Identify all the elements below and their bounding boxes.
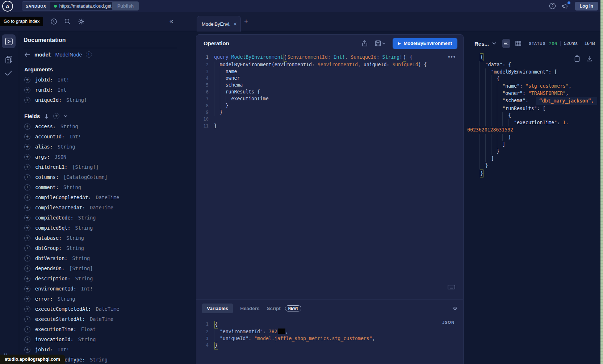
field-name[interactable]: access:: [35, 124, 56, 129]
field-type[interactable]: String: [66, 235, 84, 241]
collapse-sidebar-icon[interactable]: «: [169, 17, 173, 25]
tab-headers[interactable]: Headers: [240, 306, 259, 311]
code-line[interactable]: 9}: [196, 109, 463, 116]
field-name[interactable]: executeStartedAt:: [35, 316, 85, 322]
selected-field-type[interactable]: ModelNode: [55, 52, 82, 58]
add-to-query-icon[interactable]: +: [24, 276, 30, 282]
sort-fields-icon[interactable]: [44, 113, 49, 119]
field-type[interactable]: Int!: [58, 347, 70, 352]
field-type[interactable]: [String!]: [72, 164, 99, 170]
field-name[interactable]: compiledCode:: [35, 215, 74, 221]
add-to-query-icon[interactable]: +: [24, 87, 30, 93]
code-line[interactable]: 5schema: [196, 82, 463, 89]
operation-menu-icon[interactable]: •••: [448, 54, 456, 60]
field-type[interactable]: String: [60, 124, 78, 129]
add-to-query-icon[interactable]: +: [24, 326, 30, 332]
code-line[interactable]: 1{: [196, 321, 375, 329]
code-line[interactable]: 6runResults {: [196, 89, 463, 96]
code-line[interactable]: 2"environmentId": 782,: [196, 329, 375, 335]
publish-button[interactable]: Publish: [112, 1, 139, 11]
field-type[interactable]: Int!: [69, 134, 81, 139]
operation-editor[interactable]: 1query ModelByEnvironment($environmentId…: [196, 54, 463, 130]
field-name[interactable]: compileCompletedAt:: [35, 194, 91, 200]
field-name[interactable]: compiledSql:: [35, 225, 71, 231]
view-table-icon[interactable]: [515, 41, 521, 46]
field-name[interactable]: executionTime:: [35, 326, 76, 332]
field-type[interactable]: DateTime: [90, 316, 113, 322]
add-to-query-icon[interactable]: +: [24, 205, 30, 211]
field-name[interactable]: alias:: [35, 144, 53, 150]
field-type[interactable]: String: [90, 357, 108, 363]
announcements-icon[interactable]: [562, 3, 569, 9]
field-type[interactable]: Int!: [81, 286, 93, 292]
add-to-query-icon[interactable]: +: [24, 255, 30, 262]
field-name[interactable]: dependsOn:: [35, 265, 64, 271]
download-response-icon[interactable]: [586, 55, 592, 62]
new-tab-button[interactable]: +: [244, 18, 248, 25]
field-name[interactable]: args:: [35, 154, 50, 160]
field-type[interactable]: [String]: [69, 265, 93, 271]
response-chevron-icon[interactable]: [492, 42, 496, 45]
collapse-variables-icon[interactable]: [453, 306, 457, 311]
add-to-query-icon[interactable]: +: [24, 134, 30, 140]
back-arrow-icon[interactable]: [24, 52, 31, 57]
field-type[interactable]: Int!: [58, 77, 70, 83]
field-name[interactable]: runId:: [35, 87, 53, 93]
add-to-query-icon[interactable]: +: [24, 97, 30, 103]
tab-modelbyenvironment[interactable]: ModelByEnvi... ✕: [197, 16, 241, 32]
tab-script[interactable]: Script: [267, 306, 281, 311]
add-to-query-icon[interactable]: +: [24, 235, 30, 241]
field-type[interactable]: String: [72, 255, 90, 261]
add-to-query-icon[interactable]: +: [24, 144, 30, 150]
explorer-nav-item[interactable]: [2, 34, 16, 48]
code-line[interactable]: 4}: [196, 342, 375, 350]
explorer-settings-gear-icon[interactable]: [78, 18, 85, 25]
code-line[interactable]: 1query ModelByEnvironment($environmentId…: [196, 54, 463, 62]
code-line[interactable]: 7executionTime: [196, 96, 463, 102]
code-line[interactable]: 3"uniqueId": "model.jaffle_shop_metrics.…: [196, 335, 375, 342]
field-type[interactable]: DateTime: [96, 306, 119, 312]
add-all-fields-icon[interactable]: +: [53, 113, 59, 119]
code-line[interactable]: 11}: [196, 123, 463, 130]
field-name[interactable]: invocationId:: [35, 336, 74, 342]
field-type[interactable]: DateTime: [90, 205, 113, 210]
field-type[interactable]: String: [58, 144, 75, 150]
field-name[interactable]: columns:: [35, 174, 59, 180]
add-to-query-icon[interactable]: +: [24, 194, 30, 201]
add-to-query-icon[interactable]: +: [24, 286, 30, 292]
add-to-query-icon[interactable]: +: [24, 164, 30, 170]
add-field-icon[interactable]: +: [86, 51, 92, 58]
field-name[interactable]: environmentId:: [35, 286, 76, 292]
code-line[interactable]: 10: [196, 116, 463, 123]
field-type[interactable]: JSON: [55, 154, 67, 160]
schema-nav-item[interactable]: [4, 55, 13, 64]
field-type[interactable]: String: [63, 184, 81, 190]
checks-nav-item[interactable]: [4, 70, 13, 76]
field-type[interactable]: [CatalogColumn]: [63, 174, 108, 180]
tab-variables[interactable]: Variables: [202, 304, 233, 313]
keyboard-shortcuts-icon[interactable]: [448, 285, 455, 289]
field-type[interactable]: String: [78, 215, 96, 221]
field-type[interactable]: String: [75, 225, 93, 231]
add-to-query-icon[interactable]: +: [24, 265, 30, 272]
field-type[interactable]: String!: [66, 97, 87, 103]
run-operation-button[interactable]: ▶ ModelByEnvironment: [393, 38, 457, 49]
save-operation-icon[interactable]: [375, 40, 385, 46]
field-name[interactable]: jobId:: [35, 77, 53, 83]
field-name[interactable]: database:: [35, 235, 62, 241]
field-name[interactable]: comment:: [35, 184, 59, 190]
add-to-query-icon[interactable]: +: [24, 215, 30, 221]
help-icon[interactable]: ?: [549, 3, 556, 9]
view-json-icon[interactable]: [502, 39, 510, 48]
field-name[interactable]: compileStartedAt:: [35, 205, 85, 210]
field-name[interactable]: error:: [35, 296, 53, 302]
field-name[interactable]: executeCompletedAt:: [35, 306, 91, 312]
add-to-query-icon[interactable]: +: [24, 154, 30, 160]
field-type[interactable]: String: [75, 276, 93, 281]
code-line[interactable]: 2modelByEnvironment(environmentId: $envi…: [196, 62, 463, 68]
chevron-down-icon[interactable]: [64, 115, 67, 117]
code-line[interactable]: 8}: [196, 102, 463, 109]
add-to-query-icon[interactable]: +: [24, 225, 30, 231]
field-type[interactable]: DateTime: [96, 194, 119, 200]
field-name[interactable]: dbtGroup:: [35, 245, 62, 251]
